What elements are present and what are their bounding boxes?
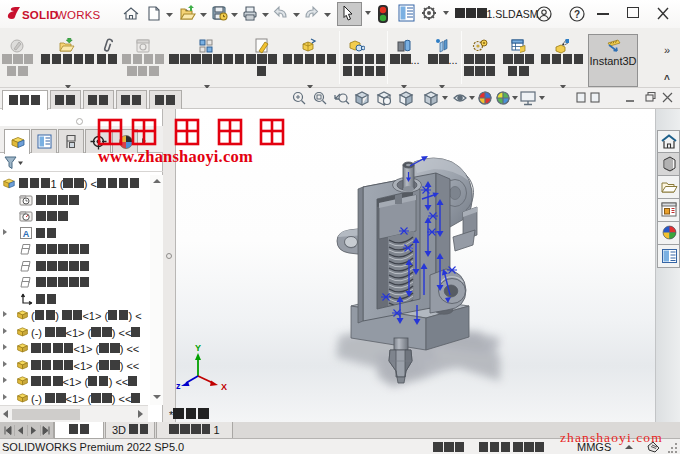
svg-text:Y: Y bbox=[195, 343, 201, 353]
svg-text:SOLID: SOLID bbox=[22, 9, 58, 21]
svg-text:X: X bbox=[221, 382, 227, 392]
svg-text:?: ? bbox=[574, 9, 580, 20]
svg-text:z: z bbox=[176, 381, 181, 391]
svg-text:A: A bbox=[23, 229, 30, 239]
svg-text:WORKS: WORKS bbox=[56, 9, 101, 21]
